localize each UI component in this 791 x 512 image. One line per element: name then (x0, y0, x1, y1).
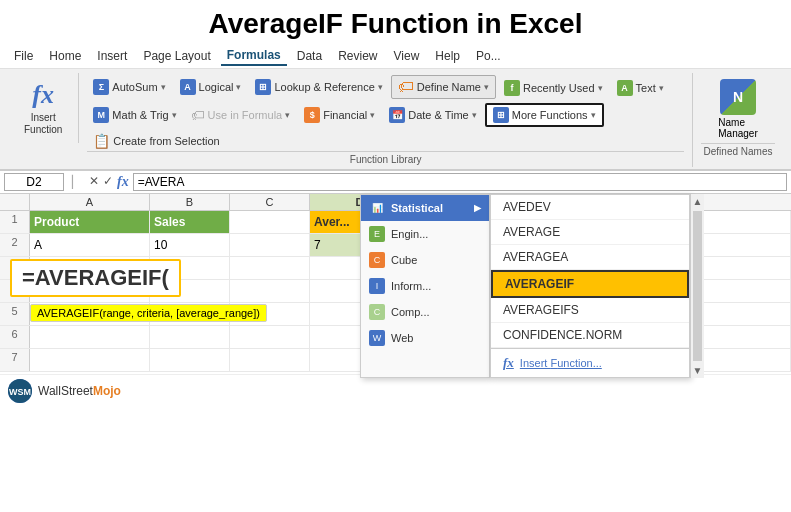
cell-b7[interactable] (150, 349, 230, 371)
menu-help[interactable]: Help (429, 47, 466, 65)
more-functions-label: More Functions (512, 109, 588, 121)
function-library-group: Σ AutoSum ▾ A Logical ▾ ⊞ Lookup & Refer… (79, 73, 693, 167)
menu-file[interactable]: File (8, 47, 39, 65)
lookup-reference-button[interactable]: ⊞ Lookup & Reference ▾ (249, 77, 388, 97)
lookup-chevron: ▾ (378, 82, 383, 92)
scroll-down-button[interactable]: ▼ (691, 363, 704, 378)
insert-function-group: fx InsertFunction (8, 73, 79, 143)
cell-c6[interactable] (230, 326, 310, 348)
more-functions-button[interactable]: ⊞ More Functions ▾ (485, 103, 604, 127)
menu-data[interactable]: Data (291, 47, 328, 65)
insert-function-link: Insert Function... (520, 357, 602, 369)
web-icon: W (369, 330, 385, 346)
cancel-icon[interactable]: ✕ (89, 174, 99, 190)
confidence-norm-item[interactable]: CONFIDENCE.NORM (491, 323, 689, 348)
financial-icon: $ (304, 107, 320, 123)
cell-a7[interactable] (30, 349, 150, 371)
financial-button[interactable]: $ Financial ▾ (298, 105, 381, 125)
name-manager-label: NameManager (718, 117, 757, 139)
formula-input[interactable] (133, 173, 787, 191)
logical-icon: A (180, 79, 196, 95)
scroll-up-button[interactable]: ▲ (691, 194, 704, 209)
insert-function-button[interactable]: fx InsertFunction (16, 76, 70, 140)
scroll-thumb[interactable] (693, 211, 702, 361)
avedev-item[interactable]: AVEDEV (491, 195, 689, 220)
formula-hint-text: AVERAGEIF(range, criteria, [average_rang… (37, 307, 260, 319)
date-icon: 📅 (389, 107, 405, 123)
cell-a2[interactable]: A (30, 234, 150, 256)
cell-c3[interactable] (230, 257, 310, 279)
define-name-button[interactable]: 🏷 Define Name ▾ (391, 75, 496, 99)
text-button[interactable]: A Text ▾ (611, 78, 670, 98)
statistical-submenu: 📊 Statistical ▶ E Engin... C Cube I Info… (360, 194, 490, 378)
page-title: AverageIF Function in Excel (0, 0, 791, 44)
fx-icon: fx (32, 80, 54, 110)
insert-function-footer[interactable]: fx Insert Function... (491, 348, 689, 377)
more-functions-chevron: ▾ (591, 110, 596, 120)
cell-c4[interactable] (230, 280, 310, 302)
wallstreet-text: WallStreet (38, 384, 93, 398)
averageifs-item[interactable]: AVERAGEIFS (491, 298, 689, 323)
cell-b1[interactable]: Sales (150, 211, 230, 233)
defined-names-group: N NameManager Defined Names (693, 73, 783, 159)
col-header-a: A (30, 194, 150, 210)
logical-button[interactable]: A Logical ▾ (174, 77, 248, 97)
use-in-formula-button[interactable]: 🏷 Use in Formula ▾ (185, 105, 297, 125)
math-label: Math & Trig (112, 109, 168, 121)
recently-used-button[interactable]: f Recently Used ▾ (498, 78, 609, 98)
cube-item[interactable]: C Cube (361, 247, 489, 273)
compatibility-item[interactable]: C Comp... (361, 299, 489, 325)
lookup-icon: ⊞ (255, 79, 271, 95)
formula-display: =AVERAGEIF( (10, 259, 181, 297)
cell-c7[interactable] (230, 349, 310, 371)
menu-insert[interactable]: Insert (91, 47, 133, 65)
engineering-item[interactable]: E Engin... (361, 221, 489, 247)
create-from-selection-button[interactable]: 📋 Create from Selection (87, 131, 225, 151)
define-name-label: Define Name (417, 81, 481, 93)
confirm-icon[interactable]: ✓ (103, 174, 113, 190)
menu-review[interactable]: Review (332, 47, 383, 65)
average-item[interactable]: AVERAGE (491, 220, 689, 245)
text-chevron: ▾ (659, 83, 664, 93)
use-in-formula-label: Use in Formula (208, 109, 283, 121)
information-label: Inform... (391, 280, 431, 292)
menu-page-layout[interactable]: Page Layout (137, 47, 216, 65)
cell-b2[interactable]: 10 (150, 234, 230, 256)
logical-chevron: ▾ (236, 82, 241, 92)
create-from-selection-icon: 📋 (93, 133, 110, 149)
menu-more[interactable]: Po... (470, 47, 507, 65)
function-library-label: Function Library (87, 151, 684, 165)
date-time-button[interactable]: 📅 Date & Time ▾ (383, 105, 483, 125)
information-icon: I (369, 278, 385, 294)
averageif-item[interactable]: AVERAGEIF (491, 270, 689, 298)
math-trig-button[interactable]: M Math & Trig ▾ (87, 105, 182, 125)
svg-text:WSM: WSM (9, 387, 31, 397)
cell-c2[interactable] (230, 234, 310, 256)
information-item[interactable]: I Inform... (361, 273, 489, 299)
cell-a1[interactable]: Product (30, 211, 150, 233)
date-label: Date & Time (408, 109, 469, 121)
scrollbar[interactable]: ▲ ▼ (690, 194, 704, 378)
menu-formulas[interactable]: Formulas (221, 46, 287, 66)
col-header-c: C (230, 194, 310, 210)
financial-label: Financial (323, 109, 367, 121)
cube-icon: C (369, 252, 385, 268)
cell-reference-box[interactable] (4, 173, 64, 191)
compatibility-icon: C (369, 304, 385, 320)
cell-a6[interactable] (30, 326, 150, 348)
text-label: Text (636, 82, 656, 94)
functions-list: AVEDEV AVERAGE AVERAGEA AVERAGEIF AVERAG… (490, 194, 690, 378)
name-manager-button[interactable]: N NameManager (714, 75, 761, 143)
web-item[interactable]: W Web (361, 325, 489, 351)
formula-bar-icons: ✕ ✓ fx (89, 174, 129, 190)
statistical-icon: 📊 (369, 200, 385, 216)
menu-home[interactable]: Home (43, 47, 87, 65)
autosum-button[interactable]: Σ AutoSum ▾ (87, 77, 171, 97)
menu-view[interactable]: View (388, 47, 426, 65)
averagea-item[interactable]: AVERAGEA (491, 245, 689, 270)
lookup-label: Lookup & Reference (274, 81, 374, 93)
statistical-item[interactable]: 📊 Statistical ▶ (361, 195, 489, 221)
financial-chevron: ▾ (370, 110, 375, 120)
cell-b6[interactable] (150, 326, 230, 348)
cell-c1[interactable] (230, 211, 310, 233)
